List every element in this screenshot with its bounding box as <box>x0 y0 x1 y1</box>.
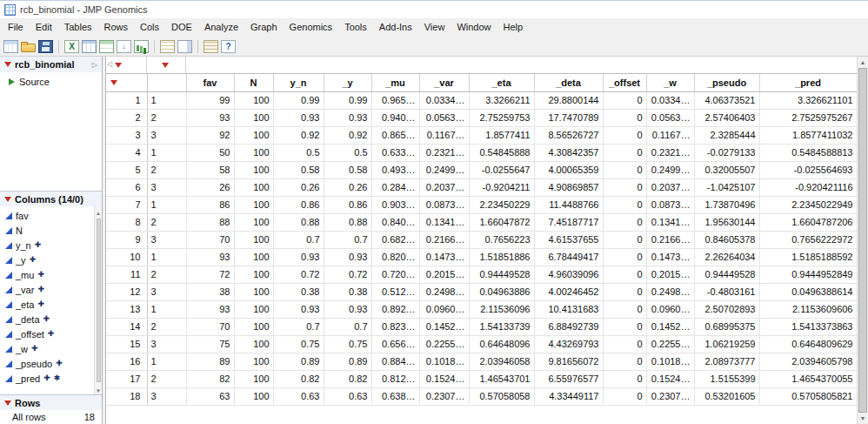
grid-cell[interactable]: 8.56526727 <box>534 126 603 144</box>
grid-cell[interactable]: 0.682… <box>371 231 419 248</box>
grid-cell[interactable]: 0 <box>603 161 646 178</box>
grid-cell[interactable]: 0.2037… <box>646 178 694 196</box>
grid-cell[interactable]: 0.88 <box>273 213 324 231</box>
grid-cell[interactable]: 3 <box>147 126 186 144</box>
menu-genomics[interactable]: Genomics <box>284 18 339 37</box>
grid-cell[interactable]: 3.3266211 <box>469 91 534 109</box>
grid-cell[interactable]: 0.940… <box>371 109 419 126</box>
grid-cell[interactable]: 0.0563… <box>646 109 694 126</box>
grid-cell[interactable]: 1.51851886 <box>469 248 534 266</box>
grid-cell[interactable]: 58 <box>186 161 234 178</box>
vertical-scrollbar[interactable] <box>857 57 868 424</box>
grid-cell[interactable]: 72 <box>186 266 234 283</box>
grid-cell[interactable]: 0.656… <box>371 335 419 353</box>
grid-cell[interactable]: 0.1452… <box>419 318 469 335</box>
grid-cell[interactable]: 1.4654370055 <box>759 370 857 387</box>
grid-cell[interactable]: 0.1167… <box>419 126 469 144</box>
grid-cell[interactable]: 70 <box>186 318 234 335</box>
grid-cell[interactable]: 0.633… <box>371 144 419 161</box>
grid-cell[interactable]: 0.82 <box>273 370 324 387</box>
rows-menu-icon[interactable] <box>110 80 117 85</box>
grid-cell[interactable]: 2 <box>147 109 186 126</box>
grid-cell[interactable]: 0.0334… <box>646 91 694 109</box>
scrollbar-thumb[interactable] <box>97 219 101 382</box>
grid-cell[interactable]: 0.7 <box>324 318 371 335</box>
grid-cell[interactable]: 0 <box>603 318 646 335</box>
grid-cell[interactable]: 0.2037… <box>419 178 469 196</box>
rows-panel-header[interactable]: Rows <box>0 394 102 410</box>
journal-icon[interactable] <box>160 40 175 53</box>
grid-cell[interactable]: 0.6464809629 <box>759 335 857 353</box>
red-triangle-menu-icon[interactable] <box>4 400 11 406</box>
row-number[interactable]: 13 <box>106 300 147 318</box>
grid-cell[interactable]: 100 <box>234 91 273 109</box>
grid-cell[interactable]: 0 <box>603 248 646 266</box>
grid-cell[interactable]: 0 <box>603 109 646 126</box>
row-number[interactable]: 5 <box>106 161 147 178</box>
grid-cell[interactable]: 1.5155399 <box>694 370 759 387</box>
scrollbar-thumb[interactable] <box>858 68 867 413</box>
column-header-fav[interactable]: fav <box>186 74 234 91</box>
grid-cell[interactable]: 0.94449528 <box>469 266 534 283</box>
grid-cell[interactable]: 0.5705805821 <box>759 387 857 405</box>
grid-cell[interactable]: 0.99 <box>273 91 324 109</box>
grid-cell[interactable]: -0.0279133 <box>694 144 759 161</box>
grid-corner-cell[interactable] <box>106 74 147 91</box>
grid-cell[interactable]: 0.38 <box>324 283 371 300</box>
column-item-y[interactable]: _y <box>0 252 93 267</box>
grid-cell[interactable]: 4.96039096 <box>534 266 603 283</box>
grid-cell[interactable]: 4.90869857 <box>534 178 603 196</box>
table-menu-icon[interactable] <box>115 63 122 68</box>
grid-cell[interactable]: 17.7470789 <box>534 109 603 126</box>
grid-cell[interactable]: 93 <box>186 300 234 318</box>
row-number[interactable]: 15 <box>106 335 147 353</box>
grid-cell[interactable]: 0 <box>603 231 646 248</box>
grid-cell[interactable]: 0 <box>603 387 646 405</box>
grid-cell[interactable]: 2.23450229 <box>469 196 534 213</box>
grid-cell[interactable]: 2.50702893 <box>694 300 759 318</box>
grid-cell[interactable]: 75 <box>186 335 234 353</box>
grid-cell[interactable]: 0.2321… <box>419 144 469 161</box>
grid-cell[interactable]: 1.66047872 <box>469 213 534 231</box>
grid-cell[interactable]: 0.2255… <box>646 335 694 353</box>
grid-cell[interactable]: -0.920421116 <box>759 178 857 196</box>
row-number[interactable]: 16 <box>106 353 147 370</box>
grid-cell[interactable]: 0.72 <box>324 266 371 283</box>
grid-cell[interactable]: 0.64648096 <box>469 335 534 353</box>
grid-cell[interactable]: 11.4488766 <box>534 196 603 213</box>
grid-cell[interactable]: 0.92 <box>273 126 324 144</box>
grid-cell[interactable]: 0.72 <box>273 266 324 283</box>
grid-cell[interactable]: 0.7656222972 <box>759 231 857 248</box>
grid-cell[interactable]: 0.82 <box>324 370 371 387</box>
grid-cell[interactable]: 89 <box>186 353 234 370</box>
grid-cell[interactable]: 0.1341… <box>646 213 694 231</box>
grid-cell[interactable]: 3 <box>147 283 186 300</box>
grid-cell[interactable]: 0.2498… <box>419 283 469 300</box>
grid-cell[interactable]: 100 <box>234 248 273 266</box>
panel-collapse-icon[interactable] <box>92 61 97 69</box>
grid-cell[interactable]: 2.08973777 <box>694 353 759 370</box>
grid-cell[interactable]: 3 <box>147 335 186 353</box>
grid-cell[interactable]: 0.7 <box>273 231 324 248</box>
grid-cell[interactable]: 26 <box>186 178 234 196</box>
grid-cell[interactable]: 0.2321… <box>646 144 694 161</box>
new-data-table-icon[interactable] <box>3 40 18 53</box>
grid-cell[interactable]: 1 <box>147 353 186 370</box>
grid-cell[interactable]: 2.1153609606 <box>759 300 857 318</box>
menu-view[interactable]: View <box>418 18 451 37</box>
column-header-N[interactable]: N <box>234 74 273 91</box>
column-header-var[interactable]: _var <box>419 74 469 91</box>
menu-analyze[interactable]: Analyze <box>198 18 244 37</box>
grid-cell[interactable]: 2 <box>147 161 186 178</box>
grid-cell[interactable]: 0.1341… <box>419 213 469 231</box>
row-number[interactable]: 6 <box>106 178 147 196</box>
grid-cell[interactable]: 0.86 <box>324 196 371 213</box>
grid-cell[interactable]: 0.0873… <box>419 196 469 213</box>
grid-cell[interactable]: 0 <box>603 300 646 318</box>
grid-cell[interactable]: 6.55976577 <box>534 370 603 387</box>
grid-cell[interactable]: 0.512… <box>371 283 419 300</box>
grid-cell[interactable]: 0 <box>603 126 646 144</box>
grid-cell[interactable]: 100 <box>234 370 273 387</box>
grid-cell[interactable]: 0.5 <box>324 144 371 161</box>
grid-cell[interactable]: 99 <box>186 91 234 109</box>
